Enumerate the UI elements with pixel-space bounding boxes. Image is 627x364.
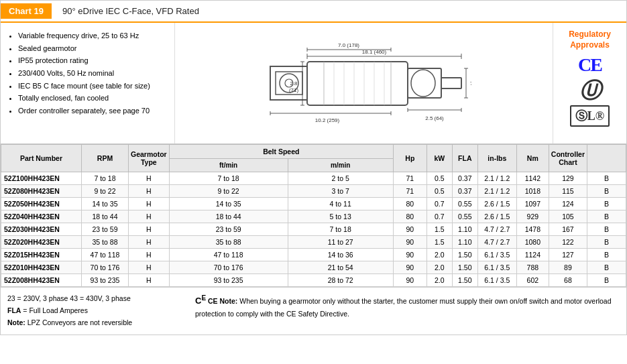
col-inlbs: Nm: [516, 145, 549, 172]
table-cell: 2 to 5: [288, 172, 393, 185]
table-cell: 2.1 / 1.2: [477, 185, 516, 198]
table-cell: B: [587, 249, 626, 261]
table-cell: B: [587, 261, 626, 274]
table-cell: 6.1 / 3.5: [477, 249, 516, 261]
table-row: 52Z015HH423EN47 to 118H47 to 11814 to 36…: [1, 249, 626, 261]
table-cell: 1.10: [452, 236, 477, 249]
table-cell: 1124: [516, 249, 549, 261]
table-cell: 167: [549, 223, 587, 236]
table-cell: 1478: [516, 223, 549, 236]
table-cell: 14 to 35: [169, 198, 288, 210]
csa-mark: ⓈL®: [570, 105, 610, 127]
table-cell: 90: [393, 261, 426, 274]
ce-note-text: When buying a gearmotor only without the…: [195, 297, 612, 318]
table-cell: 47 to 118: [82, 249, 129, 261]
spec-bullet: 230/400 Volts, 50 Hz nominal: [18, 67, 166, 80]
table-cell: 1.50: [452, 274, 477, 287]
table-cell: 2.0: [426, 249, 452, 261]
table-row: 52Z010HH423EN70 to 176H70 to 17621 to 54…: [1, 261, 626, 274]
col-belt-mmin: m/min: [288, 159, 393, 172]
table-cell: B: [587, 185, 626, 198]
table-cell: 89: [549, 261, 587, 274]
table-cell: H: [129, 236, 170, 249]
main-content-row: Variable frequency drive, 25 to 63 HzSea…: [1, 23, 626, 144]
table-cell: 105: [549, 210, 587, 223]
table-cell: 93 to 235: [169, 274, 288, 287]
svg-text:7.2 (183): 7.2 (183): [470, 80, 471, 86]
table-cell: 115: [549, 185, 587, 198]
table-cell: 4 to 11: [288, 198, 393, 210]
table-cell: 14 to 35: [82, 198, 129, 210]
table-cell: 90: [393, 223, 426, 236]
col-belt-ftmin: ft/min: [169, 159, 288, 172]
table-cell: 18 to 44: [82, 210, 129, 223]
svg-text:10.2 (259): 10.2 (259): [315, 117, 339, 123]
table-cell: 71: [393, 185, 426, 198]
col-part-number: Part Number: [1, 145, 82, 172]
table-cell: 11 to 27: [288, 236, 393, 249]
table-cell: 35 to 88: [82, 236, 129, 249]
table-cell: 70 to 176: [82, 261, 129, 274]
table-cell: 2.1 / 1.2: [477, 172, 516, 185]
table-cell: 80: [393, 198, 426, 210]
table-header-row: Part Number RPM Gearmotor Type Belt Spee…: [1, 145, 626, 159]
table-cell: 1142: [516, 172, 549, 185]
table-cell: 0.5: [426, 185, 452, 198]
table-cell: 1018: [516, 185, 549, 198]
table-cell: 9 to 22: [82, 185, 129, 198]
table-cell: 602: [516, 274, 549, 287]
chart-title: Chart 19: [1, 3, 52, 19]
svg-text:2.8: 2.8: [290, 80, 298, 86]
col-motor-face: Hp: [393, 145, 426, 172]
table-cell: 7 to 18: [82, 172, 129, 185]
footer-note: 23 = 230V, 3 phase 43 = 430V, 3 phase: [7, 293, 182, 305]
ce-note-label: CE: [195, 296, 206, 306]
table-cell: H: [129, 210, 170, 223]
table-cell: 90: [393, 236, 426, 249]
svg-text:(71): (71): [288, 87, 298, 93]
table-cell: 0.7: [426, 210, 452, 223]
spec-bullet: IP55 protection rating: [18, 54, 166, 67]
table-cell: H: [129, 185, 170, 198]
table-cell: B: [587, 274, 626, 287]
table-cell: 4.7 / 2.7: [477, 223, 516, 236]
table-cell: 3 to 7: [288, 185, 393, 198]
table-cell: 52Z015HH423EN: [1, 249, 82, 261]
diagram-svg: 18.1 (460) 7.0 (178) 2.8 (71) 7.2 (183): [257, 29, 471, 137]
table-cell: 127: [549, 249, 587, 261]
specs-table: Part Number RPM Gearmotor Type Belt Spee…: [1, 144, 626, 287]
table-cell: 93 to 235: [82, 274, 129, 287]
svg-text:7.0 (178): 7.0 (178): [337, 42, 359, 48]
spec-bullet: Variable frequency drive, 25 to 63 Hz: [18, 29, 166, 42]
table-cell: H: [129, 261, 170, 274]
table-cell: 23 to 59: [82, 223, 129, 236]
data-table-section: Part Number RPM Gearmotor Type Belt Spee…: [1, 144, 626, 287]
table-cell: 0.55: [452, 210, 477, 223]
table-cell: B: [587, 172, 626, 185]
approvals-title: Regulatory Approvals: [557, 29, 622, 50]
table-cell: 0.37: [452, 185, 477, 198]
table-cell: 0.7: [426, 198, 452, 210]
col-rpm: RPM: [82, 145, 129, 172]
table-cell: 7 to 18: [169, 172, 288, 185]
col-nm: Controller Chart: [549, 145, 587, 172]
table-cell: 0.5: [426, 172, 452, 185]
table-cell: 929: [516, 210, 549, 223]
col-belt-speed: Belt Speed: [169, 145, 393, 159]
table-cell: 5 to 13: [288, 210, 393, 223]
table-row: 52Z050HH423EN14 to 35H14 to 354 to 11800…: [1, 198, 626, 210]
table-cell: 2.6 / 1.5: [477, 210, 516, 223]
svg-rect-8: [441, 78, 461, 88]
table-body: 52Z100HH423EN7 to 18H7 to 182 to 5710.50…: [1, 172, 626, 287]
table-cell: 23 to 59: [169, 223, 288, 236]
footer-note: FLA = Full Load Amperes: [7, 305, 182, 317]
table-cell: 47 to 118: [169, 249, 288, 261]
table-row: 52Z080HH423EN9 to 22H9 to 223 to 7710.50…: [1, 185, 626, 198]
svg-rect-4: [307, 62, 408, 105]
table-cell: 71: [393, 172, 426, 185]
table-row: 52Z030HH423EN23 to 59H23 to 597 to 18901…: [1, 223, 626, 236]
table-cell: 4.7 / 2.7: [477, 236, 516, 249]
chart-container: Chart 19 90° eDrive IEC C-Face, VFD Rate…: [0, 0, 627, 335]
table-cell: 52Z080HH423EN: [1, 185, 82, 198]
table-cell: 1.50: [452, 249, 477, 261]
